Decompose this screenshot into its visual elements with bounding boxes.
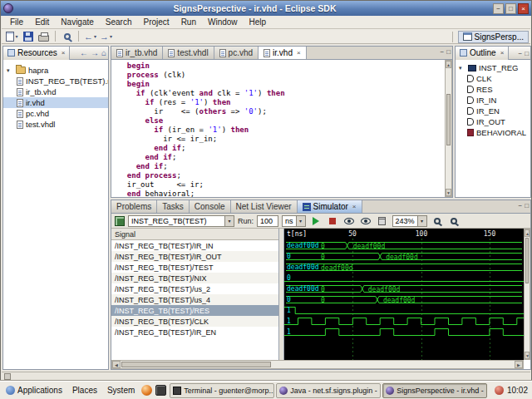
signal-row[interactable]: /INST_REG_TB(TEST)/IR_IN xyxy=(111,240,278,251)
taskbar-window-button[interactable]: Java - net.sf.signs.plugin - xyxy=(276,383,381,398)
maximize-view-icon[interactable]: □ xyxy=(525,50,529,57)
wave-row[interactable]: 0deadf00d0 xyxy=(284,294,525,305)
close-view-icon[interactable]: × xyxy=(500,49,505,57)
design-combo[interactable]: INST_REG_TB(TEST) ▾ xyxy=(128,215,234,227)
run-simulation-button[interactable] xyxy=(309,214,323,228)
forward-button[interactable]: →▾ xyxy=(99,30,113,43)
scroll-up-icon[interactable]: ▲ xyxy=(446,61,451,68)
tab-simulator[interactable]: Simulator× xyxy=(298,200,362,213)
editor-tab-test.vhdl[interactable]: test.vhdl xyxy=(163,47,214,59)
tree-item-file[interactable]: ir.vhd xyxy=(3,97,108,108)
stop-simulation-button[interactable] xyxy=(326,214,339,228)
taskbar-window-button[interactable]: SignsPerspective - ir.vhd - xyxy=(382,383,487,398)
chevron-down-icon[interactable]: ▾ xyxy=(224,216,234,226)
menu-edit[interactable]: Edit xyxy=(29,17,55,27)
editor-scrollbar[interactable]: ▲ ▼ xyxy=(445,60,452,197)
menu-navigate[interactable]: Navigate xyxy=(55,17,99,27)
waveform-area[interactable]: t[ns] 50100150 0deadf00ddeadf00d0deadf00… xyxy=(284,229,525,360)
outline-port-item[interactable]: RES xyxy=(456,84,530,95)
unit-combo[interactable]: ns ▾ xyxy=(282,215,306,227)
menu-search[interactable]: Search xyxy=(100,17,138,27)
menu-file[interactable]: File xyxy=(4,17,29,27)
signal-row[interactable]: /INST_REG_TB(TEST)/us_4 xyxy=(111,294,278,305)
maximize-button[interactable]: □ xyxy=(505,3,516,14)
applications-menu[interactable]: Applications xyxy=(2,385,66,396)
scroll-up-icon[interactable]: ▲ xyxy=(525,229,530,237)
minimize-button[interactable]: − xyxy=(493,3,504,14)
wave-row[interactable]: 1 xyxy=(284,305,525,316)
tab-resources[interactable]: Resources × xyxy=(3,47,70,60)
tree-item-file[interactable]: ir_tb.vhd xyxy=(3,86,108,97)
wave-vscrollbar[interactable]: ▲ ▼ xyxy=(524,229,530,360)
editor-tab-ir.vhd[interactable]: ir.vhd× xyxy=(259,47,307,59)
fast-view-button[interactable] xyxy=(4,373,11,380)
signal-row[interactable]: /INST_REG_TB(TEST)/IR_EN xyxy=(111,327,278,337)
editor-tab-ir_tb.vhd[interactable]: ir_tb.vhd xyxy=(111,47,163,59)
wave-row[interactable]: 1 xyxy=(284,316,525,327)
maximize-view-icon[interactable]: □ xyxy=(525,202,529,209)
tree-item-file[interactable]: pc.vhd xyxy=(3,108,108,119)
editor-tab-pc.vhd[interactable]: pc.vhd xyxy=(214,47,259,59)
signal-row[interactable]: /INST_REG_TB(TEST)/IR_OUT xyxy=(111,251,278,262)
signal-row[interactable]: /INST_REG_TB(TEST)/TEST xyxy=(111,262,278,273)
run-time-input[interactable]: 100 xyxy=(257,215,278,227)
close-tab-icon[interactable]: × xyxy=(297,49,301,57)
signal-row[interactable]: /INST_REG_TB(TEST)/CLK xyxy=(111,316,278,327)
wave-row[interactable]: 0deadf00d0 xyxy=(284,251,525,262)
terminal-launcher-icon[interactable] xyxy=(155,385,166,396)
scrollbar-thumb[interactable] xyxy=(446,94,451,145)
menu-help[interactable]: Help xyxy=(244,17,273,27)
perspective-button[interactable]: SignsPersp... xyxy=(458,31,529,43)
menu-project[interactable]: Project xyxy=(138,17,175,27)
search-button[interactable] xyxy=(60,30,74,43)
titlebar[interactable]: SignsPerspective - ir.vhd - Eclipse SDK … xyxy=(1,1,531,16)
signal-row[interactable]: /INST_REG_TB(TEST)/NIX xyxy=(111,273,278,283)
minimize-editor-icon[interactable]: − xyxy=(440,48,444,56)
scroll-right-icon[interactable]: ▶ xyxy=(515,361,523,368)
zoom-combo[interactable]: 243% ▾ xyxy=(392,215,427,227)
tree-item-file[interactable]: INST_REG_TB(TEST).nl xyxy=(3,76,108,86)
zoom-out-button[interactable] xyxy=(431,214,444,228)
scroll-down-icon[interactable]: ▼ xyxy=(525,352,530,359)
wave-row[interactable]: 0deadf00ddeadf00d xyxy=(284,283,525,294)
outline-port-item[interactable]: IR_OUT xyxy=(456,116,530,127)
system-menu[interactable]: System xyxy=(104,385,138,396)
signal-row[interactable]: /INST_REG_TB(TEST)/RES xyxy=(111,305,278,316)
print-button[interactable] xyxy=(37,30,51,43)
chevron-down-icon[interactable]: ▾ xyxy=(296,216,305,226)
save-button[interactable] xyxy=(21,30,35,43)
close-tab-icon[interactable]: × xyxy=(352,203,357,210)
back-icon[interactable]: ← xyxy=(80,47,88,59)
signal-row[interactable]: /INST_REG_TB(TEST)/us_2 xyxy=(111,283,278,294)
maximize-editor-icon[interactable]: □ xyxy=(446,48,451,56)
scrollbar-thumb[interactable] xyxy=(525,238,529,283)
outline-entity-item[interactable]: ▾INST_REG xyxy=(456,62,530,73)
menu-window[interactable]: Window xyxy=(202,17,244,27)
outline-architecture-item[interactable]: BEHAVIORAL xyxy=(456,127,530,138)
minimize-view-icon[interactable]: − xyxy=(518,202,522,209)
scrollbar-thumb[interactable] xyxy=(121,362,271,367)
tab-net-list-viewer[interactable]: Net List Viewer xyxy=(231,200,298,213)
delete-signal-button[interactable] xyxy=(376,214,389,228)
tab-problems[interactable]: Problems xyxy=(111,200,157,213)
close-button[interactable]: × xyxy=(518,3,529,14)
tree-item-file[interactable]: test.vhdl xyxy=(3,119,108,130)
tab-tasks[interactable]: Tasks xyxy=(157,200,190,213)
back-button[interactable]: ←▾ xyxy=(83,30,97,43)
browser-launcher-icon[interactable] xyxy=(141,385,152,396)
outline-port-item[interactable]: CLK xyxy=(456,73,530,84)
scroll-left-icon[interactable]: ◀ xyxy=(112,361,121,368)
bottom-hscrollbar[interactable]: ◀ ▶ xyxy=(111,360,524,369)
notification-icon[interactable] xyxy=(495,386,504,395)
forward-icon[interactable]: → xyxy=(91,47,99,59)
home-icon[interactable]: ⌂ xyxy=(101,47,106,59)
zoom-in-button[interactable] xyxy=(447,214,461,228)
minimize-view-icon[interactable]: − xyxy=(518,50,522,57)
scroll-down-icon[interactable]: ▼ xyxy=(446,189,451,196)
menu-run[interactable]: Run xyxy=(175,17,202,27)
expander-icon[interactable]: ▾ xyxy=(459,65,466,71)
outline-port-item[interactable]: IR_EN xyxy=(456,106,530,116)
chevron-down-icon[interactable]: ▾ xyxy=(417,216,426,226)
tree-item-project[interactable]: ▾hapra xyxy=(3,65,108,76)
hide-signal-button[interactable] xyxy=(359,214,372,228)
